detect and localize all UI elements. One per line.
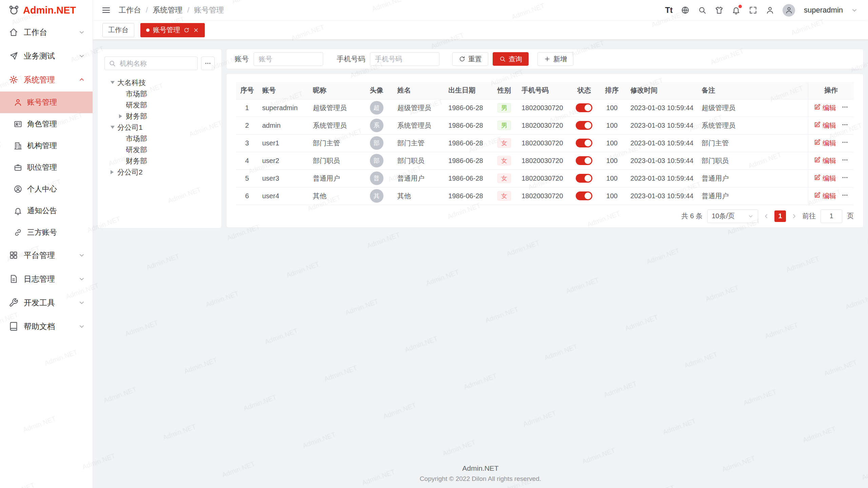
- profile-icon[interactable]: [766, 6, 774, 15]
- cell-sort: 100: [597, 187, 626, 205]
- sidebar-subitem-2-2[interactable]: 机构管理: [0, 135, 93, 157]
- tab-workbench[interactable]: 工作台: [102, 23, 134, 37]
- status-toggle[interactable]: [576, 156, 592, 165]
- status-toggle[interactable]: [576, 191, 592, 200]
- edit-button[interactable]: 编辑: [814, 174, 836, 183]
- column-header-index: 序号: [236, 82, 258, 99]
- cell-remark: 系统管理员: [697, 117, 808, 134]
- next-page-button[interactable]: [791, 213, 797, 220]
- menu-collapse-icon[interactable]: [101, 5, 111, 15]
- tree-node-4[interactable]: 分公司1: [104, 122, 215, 133]
- username[interactable]: superadmin: [804, 6, 843, 15]
- chevron-down-icon: [78, 299, 85, 306]
- search-icon[interactable]: [698, 6, 707, 15]
- cell-name: 部门主管: [393, 134, 445, 152]
- tree-node-2[interactable]: 研发部: [104, 99, 215, 110]
- sidebar-item-2[interactable]: 系统管理: [0, 68, 93, 92]
- status-toggle[interactable]: [576, 139, 592, 147]
- tree-node-label: 财务部: [126, 156, 147, 166]
- page-size-select[interactable]: 10条/页: [707, 209, 758, 223]
- brand: Admin.NET: [0, 0, 93, 20]
- sidebar-subitem-2-5[interactable]: 通知公告: [0, 200, 93, 222]
- cell-avatar: 部: [360, 152, 393, 169]
- sidebar-item-label: 帮助文档: [24, 321, 78, 332]
- edit-icon: [814, 174, 821, 183]
- tree-node-3[interactable]: 财务部: [104, 110, 215, 122]
- sidebar-subitem-2-0[interactable]: 账号管理: [0, 92, 93, 113]
- third-icon: [14, 228, 22, 237]
- cell-birth: 1986-06-28: [444, 187, 491, 205]
- goto-page-input[interactable]: [821, 209, 842, 223]
- status-toggle[interactable]: [576, 103, 592, 112]
- tree-node-6[interactable]: 研发部: [104, 144, 215, 155]
- content: 大名科技市场部研发部财务部分公司1市场部研发部财务部分公司2 账号 手机号码: [93, 39, 868, 488]
- edit-button[interactable]: 编辑: [814, 139, 836, 148]
- reset-button[interactable]: 重置: [452, 52, 488, 66]
- avatar[interactable]: [783, 4, 795, 17]
- row-more-button[interactable]: [842, 104, 848, 112]
- account-field-group: 账号: [235, 52, 323, 66]
- cell-phone: 18020030720: [517, 152, 571, 169]
- breadcrumb-separator: /: [187, 6, 189, 15]
- sidebar-item-1[interactable]: 业务测试: [0, 44, 93, 68]
- account-input[interactable]: [254, 52, 323, 66]
- sidebar-subitem-2-3[interactable]: 职位管理: [0, 157, 93, 178]
- status-toggle[interactable]: [576, 121, 592, 130]
- fullscreen-icon[interactable]: [749, 6, 757, 15]
- tree-node-8[interactable]: 分公司2: [104, 166, 215, 178]
- edit-button[interactable]: 编辑: [814, 121, 836, 130]
- breadcrumb-item-system[interactable]: 系统管理: [153, 5, 182, 15]
- caret-right-icon[interactable]: [119, 114, 126, 119]
- row-more-button[interactable]: [842, 174, 848, 183]
- sidebar-item-0[interactable]: 工作台: [0, 20, 93, 44]
- status-toggle[interactable]: [576, 174, 592, 183]
- add-button[interactable]: 新增: [537, 52, 573, 66]
- sidebar-item-label: 业务测试: [24, 51, 78, 61]
- caret-down-icon[interactable]: [111, 125, 117, 130]
- pagination-total: 共 6 条: [682, 211, 703, 221]
- caret-right-icon[interactable]: [111, 169, 117, 175]
- sidebar-item-5[interactable]: 开发工具: [0, 291, 93, 314]
- prev-page-button[interactable]: [763, 213, 770, 220]
- row-more-button[interactable]: [842, 192, 848, 200]
- sidebar-subitem-2-1[interactable]: 角色管理: [0, 113, 93, 135]
- add-label: 新增: [553, 55, 567, 64]
- user-menu-chevron-icon[interactable]: [851, 7, 858, 14]
- tree-node-7[interactable]: 财务部: [104, 155, 215, 166]
- tree-node-5[interactable]: 市场部: [104, 133, 215, 144]
- row-more-button[interactable]: [842, 157, 848, 165]
- font-size-icon[interactable]: Tt: [665, 5, 673, 15]
- breadcrumb-item-workbench[interactable]: 工作台: [119, 5, 141, 15]
- row-more-button[interactable]: [842, 121, 848, 130]
- sidebar-item-3[interactable]: 平台管理: [0, 243, 93, 267]
- sidebar-subitem-2-6[interactable]: 三方账号: [0, 222, 93, 243]
- sidebar-item-6[interactable]: 帮助文档: [0, 314, 93, 338]
- tree-node-1[interactable]: 市场部: [104, 88, 215, 99]
- tab-account-management[interactable]: 账号管理: [140, 23, 205, 37]
- cell-index: 5: [236, 169, 258, 187]
- devtool-icon: [9, 298, 18, 307]
- org-more-button[interactable]: [201, 57, 215, 70]
- org-search-input[interactable]: [104, 57, 198, 70]
- cell-status: [571, 99, 597, 117]
- theme-icon[interactable]: [715, 6, 724, 15]
- search-button[interactable]: 查询: [493, 52, 529, 66]
- caret-down-icon[interactable]: [111, 80, 117, 85]
- edit-button[interactable]: 编辑: [814, 191, 836, 201]
- notifications-button[interactable]: [732, 6, 741, 15]
- org-search-box: [104, 57, 198, 70]
- edit-button[interactable]: 编辑: [814, 156, 836, 165]
- tree-node-0[interactable]: 大名科技: [104, 77, 215, 88]
- sidebar-subitem-2-4[interactable]: 个人中心: [0, 178, 93, 200]
- edit-label: 编辑: [823, 191, 836, 201]
- avatar: 部: [370, 154, 383, 167]
- row-more-button[interactable]: [842, 139, 848, 147]
- sidebar-item-4[interactable]: 日志管理: [0, 267, 93, 291]
- edit-button[interactable]: 编辑: [814, 103, 836, 113]
- tab-close-icon[interactable]: [193, 27, 199, 33]
- tab-refresh-icon[interactable]: [183, 27, 190, 33]
- phone-input[interactable]: [370, 52, 439, 66]
- caret-placeholder: [119, 102, 126, 108]
- locale-icon[interactable]: [681, 6, 690, 15]
- page-1-button[interactable]: 1: [774, 210, 786, 222]
